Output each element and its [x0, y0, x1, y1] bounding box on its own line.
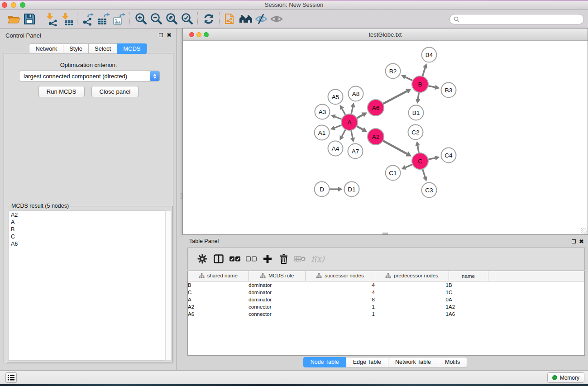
tab-select[interactable]: Select — [88, 43, 117, 54]
horizontal-splitter-handle[interactable] — [382, 233, 388, 234]
table-options-button[interactable] — [194, 251, 210, 267]
node-table-container[interactable]: shared name MCDS role successor nodes pr… — [187, 271, 585, 356]
table-cell[interactable]: 1 — [375, 281, 449, 289]
criterion-dropdown[interactable]: largest connected component (directed) — [19, 71, 160, 81]
table-cell[interactable]: C — [188, 289, 249, 296]
edge-A6-B[interactable] — [383, 91, 406, 104]
delete-table-button[interactable] — [292, 251, 308, 267]
edge-A-A3[interactable] — [335, 117, 342, 119]
table-cell[interactable]: A — [449, 296, 488, 303]
task-history-button[interactable] — [5, 372, 17, 383]
export-image-button[interactable] — [111, 11, 127, 27]
table-cell[interactable]: 1 — [375, 310, 449, 318]
table-row[interactable]: Adominator80A — [188, 296, 584, 303]
tab-style[interactable]: Style — [63, 43, 89, 54]
table-cell[interactable]: 1 — [375, 303, 449, 310]
zoom-selected-button[interactable] — [179, 11, 195, 27]
column-header-successor-nodes[interactable]: successor nodes — [305, 271, 375, 281]
vertical-splitter-handle[interactable] — [181, 193, 182, 199]
import-network-button[interactable] — [43, 11, 59, 27]
table-cell[interactable]: A — [188, 296, 249, 303]
edge-B-B3[interactable] — [428, 86, 435, 87]
window-titlebar[interactable]: Session: New Session — [0, 0, 588, 10]
table-cell[interactable]: 4 — [305, 289, 375, 296]
edge-A-A6[interactable] — [357, 115, 363, 118]
column-header-shared-name[interactable]: shared name — [188, 271, 249, 281]
hide-graphics-details-button[interactable] — [253, 11, 269, 27]
show-graphics-details-button[interactable] — [269, 11, 284, 27]
mcds-result-item[interactable]: C — [9, 233, 165, 240]
memory-button[interactable]: Memory — [547, 372, 584, 383]
edge-A-A5[interactable] — [342, 109, 346, 115]
table-cell[interactable]: A6 — [188, 310, 249, 318]
table-cell[interactable]: C — [449, 289, 488, 296]
table-tab-node-table[interactable]: Node Table — [303, 357, 346, 367]
table-cell[interactable]: A2 — [188, 303, 249, 310]
table-cell[interactable]: 1 — [375, 289, 449, 296]
edge-C-C4[interactable] — [428, 158, 435, 159]
table-cell[interactable]: 4 — [305, 281, 375, 289]
table-cell[interactable]: 1 — [305, 310, 375, 318]
table-row[interactable]: Bdominator41B — [188, 281, 584, 289]
table-cell[interactable]: 1 — [305, 303, 375, 310]
mcds-result-list[interactable]: A2ABCA6 — [9, 210, 165, 361]
edge-B-B4[interactable] — [422, 68, 425, 76]
run-mcds-button[interactable]: Run MCDS — [38, 86, 85, 97]
edge-A-A2[interactable] — [357, 126, 363, 129]
search-input[interactable] — [462, 15, 580, 23]
add-column-button[interactable] — [259, 251, 276, 267]
tab-mcds[interactable]: MCDS — [117, 43, 147, 54]
column-header-predecessor-nodes[interactable]: predecessor nodes — [375, 271, 449, 281]
column-header-name[interactable]: name — [449, 271, 488, 281]
mcds-result-item[interactable]: A — [9, 219, 165, 226]
zoom-in-button[interactable] — [133, 11, 148, 27]
mcds-result-item[interactable]: B — [9, 226, 165, 233]
export-network-button[interactable] — [81, 11, 96, 27]
mcds-result-item[interactable]: A6 — [9, 240, 165, 248]
home-button[interactable] — [238, 11, 253, 27]
table-tab-motifs[interactable]: Motifs — [438, 357, 467, 367]
open-session-button[interactable] — [6, 11, 22, 27]
table-row[interactable]: A2connector11A2 — [188, 303, 584, 310]
zoom-fit-button[interactable] — [164, 11, 179, 27]
table-cell[interactable]: A2 — [449, 303, 488, 310]
table-tab-network-table[interactable]: Network Table — [388, 357, 438, 367]
delete-column-button[interactable] — [276, 251, 292, 267]
table-cell[interactable]: dominator — [249, 281, 305, 289]
edge-A-A4[interactable] — [342, 129, 345, 136]
table-cell[interactable]: 8 — [305, 296, 375, 303]
import-table-button[interactable] — [59, 11, 74, 27]
table-row[interactable]: A6connector11A6 — [188, 310, 584, 318]
edge-A-A8[interactable] — [351, 107, 353, 114]
float-table-panel-button[interactable] — [571, 238, 577, 244]
table-cell[interactable]: 0 — [375, 296, 449, 303]
table-cell[interactable]: connector — [249, 303, 305, 310]
search-field[interactable] — [449, 14, 584, 24]
tab-network[interactable]: Network — [29, 43, 63, 54]
column-view-button[interactable] — [210, 251, 227, 267]
refresh-layout-button[interactable] — [201, 11, 216, 27]
mcds-result-scrollbar[interactable] — [165, 210, 171, 361]
resize-grip[interactable] — [581, 228, 587, 234]
select-all-columns-button[interactable] — [227, 251, 243, 267]
edge-C-C2[interactable] — [418, 146, 419, 153]
network-window-titlebar[interactable]: testGlobe.txt — [183, 29, 588, 41]
network-canvas[interactable]: B4B2BB3A8A5A6A3B1AC2A1A2A4A7C4CC1C3DD1 — [183, 41, 587, 234]
edge-A-A7[interactable] — [351, 130, 353, 138]
edge-B-B1[interactable] — [418, 92, 419, 99]
close-panel-button[interactable]: ✖ — [166, 32, 172, 38]
edge-C-C3[interactable] — [423, 169, 425, 177]
table-row[interactable]: Cdominator41C — [188, 289, 584, 296]
network-from-selection-button[interactable] — [223, 11, 238, 27]
table-cell[interactable]: B — [449, 281, 488, 289]
table-cell[interactable]: B — [188, 281, 249, 289]
column-header-mcds-role[interactable]: MCDS role — [249, 271, 305, 281]
table-cell[interactable]: dominator — [249, 289, 305, 296]
table-cell[interactable]: A6 — [449, 310, 488, 318]
close-table-panel-button[interactable]: ✖ — [578, 238, 584, 244]
zoom-out-button[interactable] — [148, 11, 164, 27]
table-cell[interactable]: dominator — [249, 296, 305, 303]
network-graph[interactable]: B4B2BB3A8A5A6A3B1AC2A1A2A4A7C4CC1C3DD1 — [183, 41, 588, 235]
float-panel-button[interactable] — [158, 32, 164, 38]
edge-C-C1[interactable] — [406, 164, 412, 167]
